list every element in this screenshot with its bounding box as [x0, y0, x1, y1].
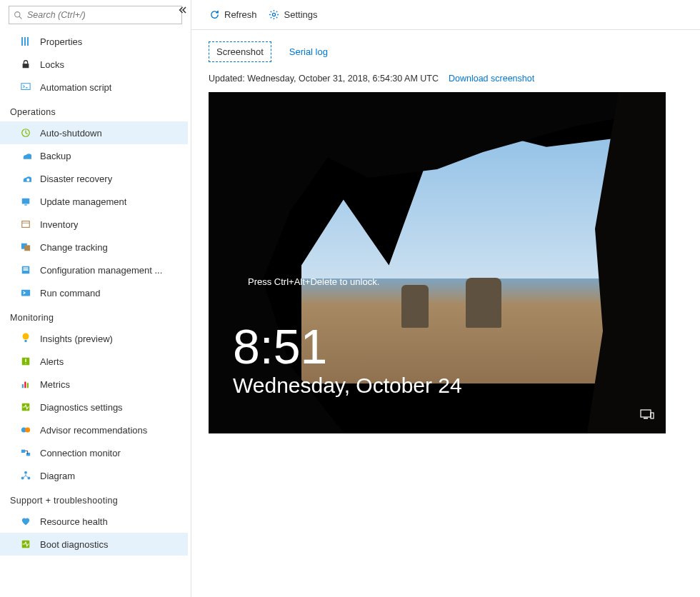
diag-icon [20, 401, 31, 413]
download-screenshot-link[interactable]: Download screenshot [449, 74, 534, 84]
bootdiag-icon [20, 538, 31, 550]
nav-label: Diagnostics settings [40, 402, 123, 413]
nav-item-alerts[interactable]: Alerts [0, 350, 188, 373]
nav-item-disaster-recovery[interactable]: Disaster recovery [0, 167, 188, 190]
svg-rect-10 [24, 204, 27, 205]
nav-item-auto-shutdown[interactable]: Auto-shutdown [0, 121, 188, 144]
update-icon [20, 196, 31, 207]
nav-item-backup[interactable]: Backup [0, 144, 188, 167]
nav-item-run-command[interactable]: Run command [0, 281, 188, 304]
svg-point-29 [24, 471, 27, 474]
section-header-support: Support + troubleshooting [0, 487, 188, 510]
svg-point-33 [272, 13, 275, 16]
nav-item-resource-health[interactable]: Resource health [0, 510, 188, 533]
clock-icon [20, 127, 31, 139]
scene-rock [466, 278, 501, 328]
nav-item-locks[interactable]: Locks [0, 53, 188, 76]
refresh-label: Refresh [224, 9, 257, 20]
nav-label: Change tracking [40, 242, 108, 253]
toolbar: Refresh Settings [191, 0, 700, 30]
nav-label: Auto-shutdown [40, 128, 102, 139]
nav-label: Update management [40, 196, 126, 207]
nav-item-update-management[interactable]: Update management [0, 190, 188, 213]
settings-label: Settings [284, 9, 318, 20]
recovery-icon [20, 173, 31, 184]
svg-rect-9 [22, 199, 30, 204]
updated-row: Updated: Wednesday, October 31, 2018, 6:… [209, 74, 683, 84]
scene-rock [401, 285, 429, 328]
main-content: Refresh Settings Screenshot Serial log U… [191, 0, 700, 597]
svg-rect-23 [27, 383, 29, 388]
settings-button[interactable]: Settings [269, 9, 318, 21]
svg-rect-3 [24, 37, 26, 46]
diagram-icon [20, 470, 31, 481]
search-icon [14, 11, 23, 20]
nav-item-boot-diagnostics[interactable]: Boot diagnostics [0, 533, 188, 556]
network-icon [640, 408, 654, 422]
search-input-wrap[interactable] [9, 6, 182, 24]
collapse-sidebar-button[interactable] [175, 3, 189, 17]
svg-rect-27 [21, 450, 25, 453]
advisor-icon [20, 424, 31, 436]
svg-rect-28 [26, 453, 30, 456]
nav-item-connection-monitor[interactable]: Connection monitor [0, 441, 188, 464]
metrics-icon [20, 378, 31, 390]
nav-item-configuration-management[interactable]: Configuration management ... [0, 259, 188, 281]
nav-label: Resource health [40, 516, 108, 527]
nav-item-automation-script[interactable]: Automation script [0, 76, 188, 99]
script-icon [20, 81, 31, 93]
nav-label: Automation script [40, 82, 111, 93]
alerts-icon [20, 356, 31, 367]
nav-label: Backup [40, 151, 71, 161]
config-icon [20, 264, 31, 276]
svg-rect-21 [22, 384, 24, 388]
nav-item-diagram[interactable]: Diagram [0, 464, 188, 487]
tab-serial-log[interactable]: Serial log [281, 41, 336, 62]
nav-label: Disaster recovery [40, 174, 112, 184]
nav-label: Advisor recommendations [40, 425, 147, 436]
nav-item-insights[interactable]: Insights (preview) [0, 327, 188, 350]
lock-icon [20, 59, 31, 70]
nav-label: Configuration management ... [40, 265, 162, 276]
tab-screenshot[interactable]: Screenshot [209, 41, 271, 62]
tabs: Screenshot Serial log [209, 41, 683, 62]
nav-menu[interactable]: Properties Locks Automation script Opera… [0, 30, 191, 597]
svg-rect-22 [24, 382, 26, 388]
nav-label: Inventory [40, 219, 78, 230]
nav-label: Run command [40, 288, 101, 298]
change-icon [20, 241, 31, 253]
refresh-button[interactable]: Refresh [209, 9, 257, 21]
svg-rect-11 [22, 221, 30, 228]
nav-item-properties[interactable]: Properties [0, 30, 188, 53]
nav-item-change-tracking[interactable]: Change tracking [0, 236, 188, 259]
svg-point-18 [23, 333, 29, 340]
svg-point-26 [25, 428, 30, 433]
nav-item-metrics[interactable]: Metrics [0, 373, 188, 396]
nav-label: Insights (preview) [40, 333, 113, 344]
lockscreen-time: 8:51 [233, 322, 462, 371]
insights-icon [20, 333, 31, 344]
lockscreen-hint: Press Ctrl+Alt+Delete to unlock. [248, 276, 379, 287]
svg-rect-35 [644, 418, 648, 419]
gear-icon [269, 9, 280, 21]
section-header-operations: Operations [0, 99, 188, 121]
svg-rect-34 [641, 410, 651, 417]
nav-label: Metrics [40, 379, 70, 390]
svg-rect-6 [21, 84, 30, 90]
conn-icon [20, 447, 31, 458]
search-input[interactable] [27, 10, 177, 20]
updated-text: Updated: Wednesday, October 31, 2018, 6:… [209, 74, 439, 84]
lockscreen-date: Wednesday, October 24 [233, 373, 462, 398]
nav-item-diagnostics-settings[interactable]: Diagnostics settings [0, 396, 188, 418]
nav-label: Connection monitor [40, 448, 121, 458]
inventory-icon [20, 219, 31, 230]
runcmd-icon [20, 287, 31, 298]
svg-rect-2 [21, 37, 23, 46]
chevron-double-left-icon [178, 6, 186, 14]
refresh-icon [209, 9, 220, 21]
nav-item-advisor-recommendations[interactable]: Advisor recommendations [0, 418, 188, 441]
nav-label: Boot diagnostics [40, 539, 108, 550]
svg-point-8 [26, 179, 29, 181]
section-header-monitoring: Monitoring [0, 304, 188, 327]
nav-item-inventory[interactable]: Inventory [0, 213, 188, 236]
